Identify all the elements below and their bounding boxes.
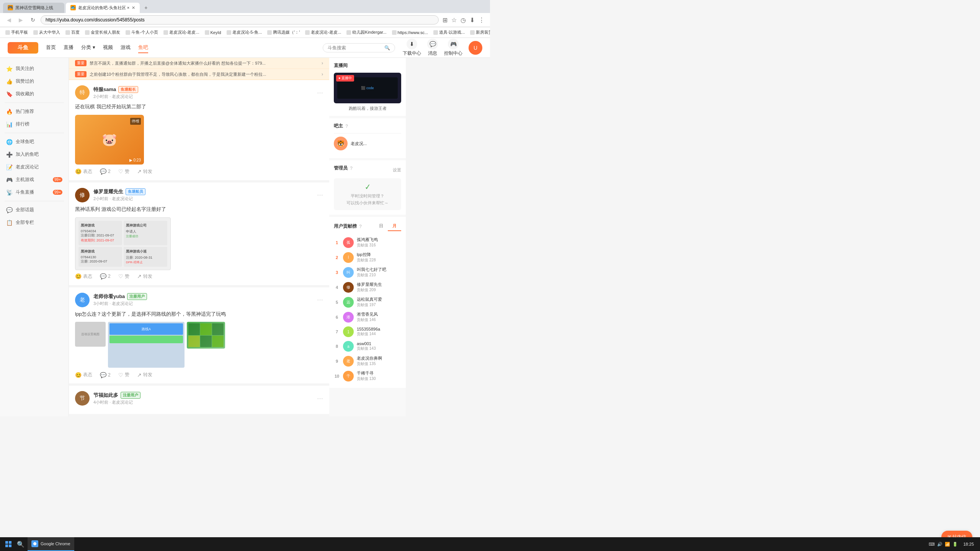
post-card-3: 老 老师你看yuba 注册用户 3小时前 · 老皮况论记 ⋯ lpp怎么连？这个… bbox=[69, 287, 329, 386]
search-icon[interactable]: 🔍 bbox=[384, 45, 390, 51]
bookmark-13[interactable]: 新房装贸页 bbox=[468, 29, 490, 36]
extensions-button[interactable]: ⊞ bbox=[442, 16, 448, 24]
rank-item-6: 6 淅 淅雪香见风 贡献值 146 bbox=[334, 310, 401, 324]
rank-title-text: 用户贡献榜 bbox=[334, 223, 357, 230]
sidebar-item-join[interactable]: ➕ 加入的鱼吧 bbox=[0, 148, 69, 161]
sidebar-item-maingame[interactable]: 🎮 主机游戏 99+ bbox=[0, 173, 69, 186]
nav-fishbar[interactable]: 鱼吧 bbox=[138, 42, 148, 53]
doc-cell-2: 黑神游戏公司 申请人 注册成功 bbox=[124, 221, 167, 245]
bookmark-6[interactable]: KeyId bbox=[203, 29, 224, 36]
back-button[interactable]: ◀ bbox=[5, 16, 13, 24]
post-react-3[interactable]: 😊 表态 bbox=[75, 372, 92, 378]
announcement-1[interactable]: 重要 禁言不踢天，直播通知群，开播之后直接@全体通知大家播什么好看的 想知各位提… bbox=[69, 58, 329, 69]
rank-avatar-5: 远 bbox=[343, 297, 354, 308]
sidebar-item-live[interactable]: 📡 斗鱼直播 99+ bbox=[0, 186, 69, 199]
address-bar[interactable] bbox=[41, 15, 439, 24]
message-center[interactable]: 💬 消息 bbox=[427, 39, 438, 57]
history-button[interactable]: ◷ bbox=[460, 16, 467, 24]
nav-games[interactable]: 游戏 bbox=[121, 42, 131, 53]
browser-tab-2[interactable]: 🐟 老皮况论的鱼吧-头鱼社区 × ✕ bbox=[66, 3, 140, 13]
bookmark-4[interactable]: 斗鱼-个人小页 bbox=[123, 29, 160, 36]
bookmark-11[interactable]: https://www.sc... bbox=[390, 29, 430, 36]
nav-live[interactable]: 直播 bbox=[64, 42, 74, 53]
user-avatar[interactable]: U bbox=[469, 41, 482, 55]
host-name-text: 老皮况... bbox=[351, 141, 367, 147]
post-react-1[interactable]: 😊 表态 bbox=[75, 168, 92, 175]
nav-categories[interactable]: 分类 ▾ bbox=[81, 42, 95, 53]
sidebar-item-followed[interactable]: ⭐ 我关注的 bbox=[0, 62, 69, 75]
post-share-2[interactable]: ↗ 转发 bbox=[137, 273, 152, 280]
post-more-1[interactable]: ⋯ bbox=[317, 89, 323, 96]
sidebar-item-allcolumns[interactable]: 📋 全部专栏 bbox=[0, 216, 69, 229]
post-comment-3[interactable]: 💬 2 bbox=[100, 372, 111, 378]
post-image-grid-3: 选项设置截图 路线A bbox=[75, 322, 323, 368]
forward-button[interactable]: ▶ bbox=[16, 16, 25, 24]
bookmark-9[interactable]: 老皮况论-老皮... bbox=[303, 29, 343, 36]
announcement-2[interactable]: 重要 之前创建10个粉丝群由于我管理不足，导致民心涣散，都在自闯，于是我决定重新… bbox=[69, 69, 329, 80]
bookmark-zhonghua[interactable]: 从大中华入 bbox=[31, 29, 62, 36]
settings-button[interactable]: ⋮ bbox=[478, 16, 485, 24]
rank-tab-day[interactable]: 日 bbox=[374, 222, 388, 231]
admin-question-icon[interactable]: ? bbox=[350, 166, 353, 171]
plus-icon: ➕ bbox=[6, 152, 13, 158]
sidebar-item-saved[interactable]: 🔖 我收藏的 bbox=[0, 88, 69, 100]
browser-tab-1[interactable]: 🎮 黑神话空雪网络上线 bbox=[3, 3, 64, 13]
sidebar-item-hot[interactable]: 🔥 热门推荐 bbox=[0, 105, 69, 118]
sidebar-label-allcolumns: 全部专栏 bbox=[16, 219, 34, 226]
sidebar-item-global[interactable]: 🌐 全球鱼吧 bbox=[0, 135, 69, 148]
admin-title: 管理员 ? bbox=[334, 165, 353, 171]
bookmark-label: 老皮况论-老皮... bbox=[311, 29, 341, 35]
rank-user-info-5: 远松鼠真可爱 贡献值 197 bbox=[357, 297, 401, 308]
tab2-close[interactable]: ✕ bbox=[132, 5, 135, 10]
rank-score-3: 贡献值 210 bbox=[357, 272, 401, 278]
rank-tab-month[interactable]: 月 bbox=[388, 222, 401, 231]
post-share-1[interactable]: ↗ 转发 bbox=[137, 168, 152, 175]
bookmark-12[interactable]: 道具·以游戏... bbox=[431, 29, 467, 36]
download-center[interactable]: ⬇ 下载中心 bbox=[403, 39, 421, 57]
reload-button[interactable]: ↻ bbox=[28, 16, 38, 24]
live-preview[interactable]: ● 直播中 ⬛ code bbox=[334, 73, 401, 103]
bookmark-baidu[interactable]: 百度 bbox=[63, 29, 82, 36]
sidebar-item-rank[interactable]: 📊 排行榜 bbox=[0, 118, 69, 130]
search-input[interactable] bbox=[328, 45, 381, 51]
site-logo[interactable]: 斗鱼 bbox=[8, 42, 38, 54]
rank-user-info-9: 老皮况你鼻啊 贡献值 135 bbox=[357, 355, 401, 367]
bookmark-5[interactable]: 老皮况论-老皮... bbox=[161, 29, 202, 36]
sidebar-item-liked[interactable]: 👍 我赞过的 bbox=[0, 75, 69, 88]
sidebar-item-alltopics[interactable]: 💬 全部话题 bbox=[0, 204, 69, 216]
doc-cell-3: 黑神游戏 07844130 注册: 2020-09-07 bbox=[78, 247, 122, 267]
post-avatar-2: 修 bbox=[75, 188, 90, 202]
new-tab-button[interactable]: + bbox=[141, 2, 150, 13]
post-react-2[interactable]: 😊 表态 bbox=[75, 273, 92, 280]
post-more-4[interactable]: ⋯ bbox=[317, 395, 323, 402]
nav-home[interactable]: 首页 bbox=[46, 42, 56, 53]
control-center[interactable]: 🎮 控制中心 bbox=[444, 39, 462, 57]
post-comment-2[interactable]: 💬 2 bbox=[100, 273, 111, 279]
bookmark-10[interactable]: 幼儿园Kindergar... bbox=[344, 29, 389, 36]
live-title-text: 直播间 bbox=[334, 62, 348, 69]
control-icon: 🎮 bbox=[448, 39, 459, 49]
post-more-3[interactable]: ⋯ bbox=[317, 296, 323, 303]
rank-avatar-3: 叫 bbox=[343, 267, 354, 278]
post-like-2[interactable]: ♡ 赞 bbox=[118, 273, 129, 280]
post-comment-1[interactable]: 💬 2 bbox=[100, 168, 111, 174]
bookmark-8[interactable]: 腾讯选媒（'：' bbox=[265, 29, 302, 36]
sidebar-item-laopi[interactable]: 📝 老皮况论记 bbox=[0, 161, 69, 173]
nav-video[interactable]: 视频 bbox=[103, 42, 113, 53]
bookmark-favicon bbox=[346, 30, 351, 35]
admin-settings-link[interactable]: 设置 bbox=[393, 167, 401, 173]
rank-question-icon[interactable]: ? bbox=[359, 224, 362, 229]
bookmark-button[interactable]: ☆ bbox=[451, 16, 457, 24]
bookmark-phonetablet[interactable]: 手机平板 bbox=[3, 29, 30, 36]
rank-score-9: 贡献值 135 bbox=[357, 361, 401, 367]
post-like-1[interactable]: ♡ 赞 bbox=[118, 168, 129, 175]
post-share-3[interactable]: ↗ 转发 bbox=[137, 372, 152, 378]
post-more-2[interactable]: ⋯ bbox=[317, 191, 323, 199]
bookmark-7[interactable]: 老皮况论-5-鱼... bbox=[224, 29, 265, 36]
bookmark-label: 手机平板 bbox=[11, 29, 28, 35]
bookmark-3[interactable]: 金堂长候人朋友 bbox=[83, 29, 122, 36]
downloads-button[interactable]: ⬇ bbox=[469, 16, 475, 24]
post-like-3[interactable]: ♡ 赞 bbox=[118, 372, 129, 378]
host-question-icon[interactable]: ? bbox=[345, 124, 348, 129]
username-text-4: 节福如此多 bbox=[93, 392, 118, 399]
